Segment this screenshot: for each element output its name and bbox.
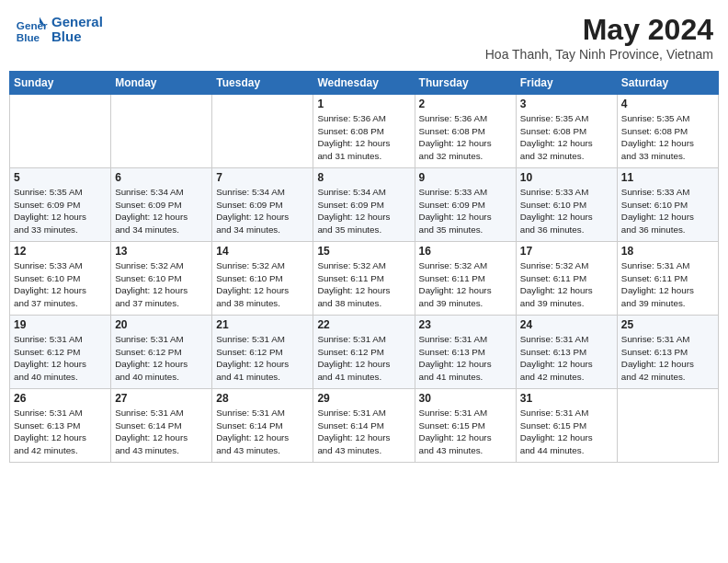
day-number: 31 — [520, 392, 613, 405]
day-number: 13 — [115, 245, 208, 258]
day-info: Sunrise: 5:35 AM Sunset: 6:08 PM Dayligh… — [520, 112, 613, 163]
weekday-header-sunday: Sunday — [10, 72, 111, 95]
calendar-cell: 15Sunrise: 5:32 AM Sunset: 6:11 PM Dayli… — [313, 242, 415, 316]
day-number: 11 — [621, 171, 714, 184]
calendar-cell: 30Sunrise: 5:31 AM Sunset: 6:15 PM Dayli… — [415, 389, 516, 463]
day-number: 8 — [317, 171, 410, 184]
calendar-cell: 14Sunrise: 5:32 AM Sunset: 6:10 PM Dayli… — [212, 242, 313, 316]
day-info: Sunrise: 5:33 AM Sunset: 6:09 PM Dayligh… — [419, 186, 512, 236]
day-number: 22 — [317, 318, 410, 331]
calendar-cell: 20Sunrise: 5:31 AM Sunset: 6:12 PM Dayli… — [111, 316, 212, 389]
calendar-cell — [212, 95, 313, 168]
day-info: Sunrise: 5:35 AM Sunset: 6:08 PM Dayligh… — [621, 112, 714, 163]
day-info: Sunrise: 5:33 AM Sunset: 6:10 PM Dayligh… — [621, 186, 714, 236]
day-number: 30 — [419, 392, 512, 405]
calendar-cell: 18Sunrise: 5:31 AM Sunset: 6:11 PM Dayli… — [617, 242, 718, 316]
calendar-table: SundayMondayTuesdayWednesdayThursdayFrid… — [9, 71, 719, 463]
calendar-cell: 22Sunrise: 5:31 AM Sunset: 6:12 PM Dayli… — [313, 316, 415, 389]
calendar-header: General Blue General Blue May 2024 Hoa T… — [9, 9, 719, 65]
day-number: 29 — [317, 392, 410, 405]
day-info: Sunrise: 5:31 AM Sunset: 6:12 PM Dayligh… — [14, 333, 107, 384]
day-number: 18 — [621, 245, 714, 258]
day-info: Sunrise: 5:33 AM Sunset: 6:10 PM Dayligh… — [520, 186, 613, 236]
logo-text-line2: Blue — [51, 29, 103, 45]
day-info: Sunrise: 5:31 AM Sunset: 6:14 PM Dayligh… — [216, 407, 309, 457]
calendar-cell: 17Sunrise: 5:32 AM Sunset: 6:11 PM Dayli… — [516, 242, 617, 316]
calendar-cell — [617, 389, 718, 463]
day-number: 23 — [419, 318, 512, 331]
day-info: Sunrise: 5:32 AM Sunset: 6:11 PM Dayligh… — [419, 259, 512, 310]
day-number: 26 — [14, 392, 107, 405]
calendar-cell: 16Sunrise: 5:32 AM Sunset: 6:11 PM Dayli… — [415, 242, 516, 316]
day-number: 19 — [14, 318, 107, 331]
day-info: Sunrise: 5:32 AM Sunset: 6:10 PM Dayligh… — [115, 259, 208, 310]
weekday-header-saturday: Saturday — [617, 72, 718, 95]
day-number: 7 — [216, 171, 309, 184]
day-info: Sunrise: 5:35 AM Sunset: 6:09 PM Dayligh… — [14, 186, 107, 236]
day-number: 2 — [419, 98, 512, 110]
day-number: 9 — [419, 171, 512, 184]
day-number: 12 — [14, 245, 107, 258]
calendar-cell: 12Sunrise: 5:33 AM Sunset: 6:10 PM Dayli… — [10, 242, 111, 316]
logo: General Blue General Blue — [15, 13, 103, 46]
day-info: Sunrise: 5:32 AM Sunset: 6:11 PM Dayligh… — [317, 259, 410, 310]
logo-text-line1: General — [51, 15, 103, 30]
calendar-cell: 19Sunrise: 5:31 AM Sunset: 6:12 PM Dayli… — [10, 316, 111, 389]
calendar-cell: 5Sunrise: 5:35 AM Sunset: 6:09 PM Daylig… — [10, 168, 111, 242]
calendar-cell: 3Sunrise: 5:35 AM Sunset: 6:08 PM Daylig… — [516, 95, 617, 168]
day-info: Sunrise: 5:31 AM Sunset: 6:11 PM Dayligh… — [621, 259, 714, 310]
day-info: Sunrise: 5:32 AM Sunset: 6:11 PM Dayligh… — [520, 259, 613, 310]
day-info: Sunrise: 5:31 AM Sunset: 6:13 PM Dayligh… — [621, 333, 714, 384]
calendar-cell: 9Sunrise: 5:33 AM Sunset: 6:09 PM Daylig… — [415, 168, 516, 242]
day-number: 20 — [115, 318, 208, 331]
calendar-title: May 2024 — [485, 13, 713, 47]
calendar-cell: 2Sunrise: 5:36 AM Sunset: 6:08 PM Daylig… — [415, 95, 516, 168]
logo-icon: General Blue — [15, 13, 48, 46]
weekday-header-tuesday: Tuesday — [212, 72, 313, 95]
weekday-header-monday: Monday — [111, 72, 212, 95]
calendar-cell: 31Sunrise: 5:31 AM Sunset: 6:15 PM Dayli… — [516, 389, 617, 463]
day-number: 27 — [115, 392, 208, 405]
calendar-cell: 27Sunrise: 5:31 AM Sunset: 6:14 PM Dayli… — [111, 389, 212, 463]
calendar-cell — [10, 95, 111, 168]
day-info: Sunrise: 5:36 AM Sunset: 6:08 PM Dayligh… — [317, 112, 410, 163]
calendar-cell: 26Sunrise: 5:31 AM Sunset: 6:13 PM Dayli… — [10, 389, 111, 463]
day-number: 4 — [621, 98, 714, 110]
day-info: Sunrise: 5:36 AM Sunset: 6:08 PM Dayligh… — [419, 112, 512, 163]
day-info: Sunrise: 5:31 AM Sunset: 6:14 PM Dayligh… — [115, 407, 208, 457]
day-info: Sunrise: 5:31 AM Sunset: 6:13 PM Dayligh… — [14, 407, 107, 457]
day-number: 24 — [520, 318, 613, 331]
day-info: Sunrise: 5:31 AM Sunset: 6:13 PM Dayligh… — [419, 333, 512, 384]
day-info: Sunrise: 5:31 AM Sunset: 6:12 PM Dayligh… — [216, 333, 309, 384]
title-block: May 2024 Hoa Thanh, Tay Ninh Province, V… — [485, 13, 713, 62]
calendar-cell: 8Sunrise: 5:34 AM Sunset: 6:09 PM Daylig… — [313, 168, 415, 242]
weekday-header-thursday: Thursday — [415, 72, 516, 95]
day-number: 10 — [520, 171, 613, 184]
calendar-cell: 4Sunrise: 5:35 AM Sunset: 6:08 PM Daylig… — [617, 95, 718, 168]
calendar-cell: 7Sunrise: 5:34 AM Sunset: 6:09 PM Daylig… — [212, 168, 313, 242]
day-number: 6 — [115, 171, 208, 184]
day-number: 17 — [520, 245, 613, 258]
calendar-cell: 23Sunrise: 5:31 AM Sunset: 6:13 PM Dayli… — [415, 316, 516, 389]
calendar-cell: 28Sunrise: 5:31 AM Sunset: 6:14 PM Dayli… — [212, 389, 313, 463]
calendar-cell: 29Sunrise: 5:31 AM Sunset: 6:14 PM Dayli… — [313, 389, 415, 463]
calendar-cell: 1Sunrise: 5:36 AM Sunset: 6:08 PM Daylig… — [313, 95, 415, 168]
calendar-cell: 6Sunrise: 5:34 AM Sunset: 6:09 PM Daylig… — [111, 168, 212, 242]
day-number: 3 — [520, 98, 613, 110]
day-info: Sunrise: 5:31 AM Sunset: 6:14 PM Dayligh… — [317, 407, 410, 457]
day-number: 28 — [216, 392, 309, 405]
day-info: Sunrise: 5:31 AM Sunset: 6:12 PM Dayligh… — [115, 333, 208, 384]
calendar-cell: 25Sunrise: 5:31 AM Sunset: 6:13 PM Dayli… — [617, 316, 718, 389]
calendar-cell: 13Sunrise: 5:32 AM Sunset: 6:10 PM Dayli… — [111, 242, 212, 316]
day-info: Sunrise: 5:31 AM Sunset: 6:15 PM Dayligh… — [520, 407, 613, 457]
day-info: Sunrise: 5:33 AM Sunset: 6:10 PM Dayligh… — [14, 259, 107, 310]
day-number: 14 — [216, 245, 309, 258]
calendar-cell: 11Sunrise: 5:33 AM Sunset: 6:10 PM Dayli… — [617, 168, 718, 242]
svg-text:Blue: Blue — [17, 31, 40, 43]
day-number: 16 — [419, 245, 512, 258]
weekday-header-friday: Friday — [516, 72, 617, 95]
day-number: 15 — [317, 245, 410, 258]
day-info: Sunrise: 5:31 AM Sunset: 6:12 PM Dayligh… — [317, 333, 410, 384]
calendar-cell: 10Sunrise: 5:33 AM Sunset: 6:10 PM Dayli… — [516, 168, 617, 242]
calendar-subtitle: Hoa Thanh, Tay Ninh Province, Vietnam — [485, 47, 713, 62]
